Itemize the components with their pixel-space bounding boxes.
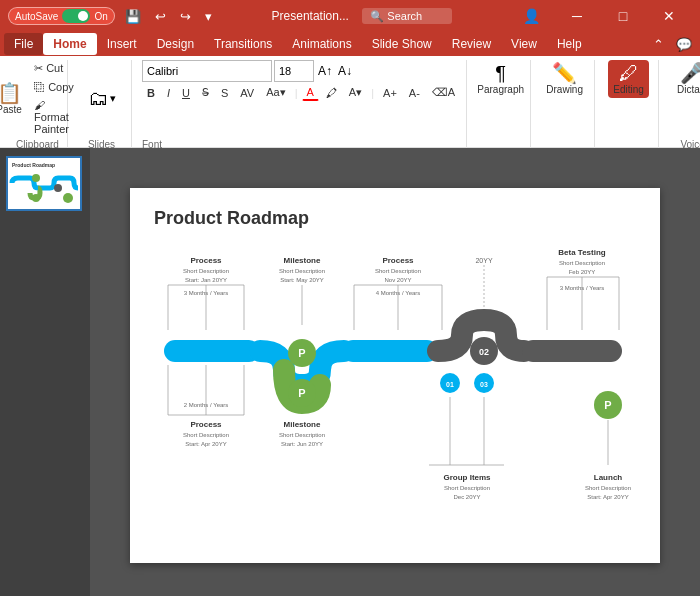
svg-text:Start: Jun 20YY: Start: Jun 20YY (281, 441, 323, 447)
paste-btn[interactable]: 📋 Paste (0, 80, 27, 118)
svg-text:Nov 20YY: Nov 20YY (384, 277, 411, 283)
svg-text:Milestone: Milestone (284, 420, 321, 429)
editing-icon: 🖊 (619, 63, 639, 83)
shadow-btn[interactable]: S (216, 85, 233, 101)
ribbon-content: 📋 Paste ✂ Cut ⿻ Copy 🖌 Format Painter Cl… (0, 56, 700, 154)
menu-insert[interactable]: Insert (97, 33, 147, 55)
svg-text:Group Items: Group Items (443, 473, 491, 482)
slide-canvas: Product Roadmap Process Short Descriptio… (130, 188, 660, 563)
slide-thumbnail[interactable]: Product Roadmap (6, 156, 82, 211)
slide-title: Product Roadmap (154, 208, 636, 229)
slides-icon: 🗂 (88, 87, 108, 110)
editing-group: 🖊 Editing (599, 60, 659, 150)
menu-slideshow[interactable]: Slide Show (362, 33, 442, 55)
svg-text:Process: Process (190, 420, 222, 429)
dictate-icon: 🎤 (680, 63, 700, 83)
menu-transitions[interactable]: Transitions (204, 33, 282, 55)
svg-text:3 Months / Years: 3 Months / Years (560, 285, 605, 291)
svg-rect-38 (522, 340, 622, 362)
svg-text:P: P (298, 387, 305, 399)
slides-arrow: ▾ (110, 92, 116, 105)
menu-view[interactable]: View (501, 33, 547, 55)
font-size-input[interactable] (274, 60, 314, 82)
editing-btn[interactable]: 🖊 Editing (608, 60, 649, 98)
customize-icon[interactable]: ▾ (201, 7, 216, 26)
minimize-btn[interactable]: ─ (554, 0, 600, 32)
redo-icon[interactable]: ↪ (176, 7, 195, 26)
strikethrough-btn[interactable]: S̶ (197, 84, 214, 101)
font-name-input[interactable] (142, 60, 272, 82)
menu-design[interactable]: Design (147, 33, 204, 55)
slide-thumb-container: 1 Product Roadmap (6, 156, 84, 211)
svg-text:Launch: Launch (594, 473, 623, 482)
svg-text:Start: Apr 20YY: Start: Apr 20YY (587, 494, 628, 500)
svg-text:Process: Process (190, 256, 222, 265)
svg-text:P: P (298, 347, 305, 359)
svg-text:Feb 20YY: Feb 20YY (569, 269, 596, 275)
decrease-font[interactable]: A- (404, 85, 425, 101)
svg-text:Start: May 20YY: Start: May 20YY (280, 277, 324, 283)
slides-group: 🗂 ▾ Slides (72, 60, 132, 150)
menu-animations[interactable]: Animations (282, 33, 361, 55)
main-area: 1 Product Roadmap Product Roadmap (0, 148, 700, 596)
font-row2: B I U S̶ S AV Aa▾ | A 🖍 A▾ | A+ A- ⌫A (142, 84, 460, 101)
font-color-btn[interactable]: A (302, 84, 319, 101)
filename: Presentation... (272, 9, 349, 23)
underline-btn[interactable]: U (177, 85, 195, 101)
svg-text:Product Roadmap: Product Roadmap (12, 162, 55, 168)
font-color2-btn[interactable]: A▾ (344, 84, 367, 101)
title-bar-left: AutoSave On 💾 ↩ ↪ ▾ (8, 7, 216, 26)
svg-text:Short Description: Short Description (559, 260, 605, 266)
slide-panel: 1 Product Roadmap (0, 148, 90, 596)
ribbon: 📋 Paste ✂ Cut ⿻ Copy 🖌 Format Painter Cl… (0, 56, 700, 148)
highlight-btn[interactable]: 🖍 (321, 85, 342, 101)
autosave-badge[interactable]: AutoSave On (8, 7, 115, 25)
svg-text:01: 01 (446, 381, 454, 388)
window-controls: 👤 ─ □ ✕ (508, 0, 692, 32)
char-spacing-btn[interactable]: AV (235, 85, 259, 101)
menu-review[interactable]: Review (442, 33, 501, 55)
menu-home[interactable]: Home (43, 33, 96, 55)
change-case-btn[interactable]: Aa▾ (261, 84, 290, 101)
svg-text:02: 02 (479, 347, 489, 357)
svg-rect-37 (342, 340, 438, 362)
thumb-svg: Product Roadmap (8, 158, 80, 209)
svg-point-2 (32, 174, 40, 182)
italic-btn[interactable]: I (162, 85, 175, 101)
profile-icon[interactable]: 👤 (508, 0, 554, 32)
paragraph-icon: ¶ (495, 63, 506, 83)
menu-help[interactable]: Help (547, 33, 592, 55)
font-size-down[interactable]: A↓ (336, 64, 354, 78)
svg-text:03: 03 (480, 381, 488, 388)
font-size-up[interactable]: A↑ (316, 64, 334, 78)
paste-icon: 📋 (0, 83, 22, 103)
clear-format[interactable]: ⌫A (427, 84, 460, 101)
drawing-btn[interactable]: ✏️ Drawing (541, 60, 588, 98)
svg-text:Short Description: Short Description (279, 268, 325, 274)
roadmap-svg: Process Short Description Start: Jan 20Y… (154, 235, 644, 545)
new-slide-btn[interactable]: 🗂 ▾ (83, 84, 121, 113)
autosave-toggle[interactable] (62, 9, 90, 23)
svg-point-5 (63, 193, 73, 203)
undo-icon[interactable]: ↩ (151, 7, 170, 26)
comments-icon[interactable]: 💬 (672, 35, 696, 54)
font-row1: A↑ A↓ (142, 60, 460, 82)
menu-file[interactable]: File (4, 33, 43, 55)
svg-point-3 (32, 194, 40, 202)
increase-font[interactable]: A+ (378, 85, 402, 101)
close-btn[interactable]: ✕ (646, 0, 692, 32)
drawing-icon: ✏️ (552, 63, 577, 83)
save-icon[interactable]: 💾 (121, 7, 145, 26)
maximize-btn[interactable]: □ (600, 0, 646, 32)
svg-text:Process: Process (382, 256, 414, 265)
svg-text:Short Description: Short Description (183, 432, 229, 438)
bold-btn[interactable]: B (142, 85, 160, 101)
paragraph-btn[interactable]: ¶ Paragraph (472, 60, 529, 98)
ribbon-collapse-icon[interactable]: ⌃ (649, 35, 668, 54)
dictate-btn[interactable]: 🎤 Dictate (672, 60, 700, 98)
canvas-area[interactable]: Product Roadmap Process Short Descriptio… (90, 148, 700, 596)
search-box[interactable]: 🔍 Search (362, 8, 452, 24)
drawing-group: ✏️ Drawing (535, 60, 595, 150)
svg-text:Short Description: Short Description (444, 485, 490, 491)
svg-text:Start: Jan 20YY: Start: Jan 20YY (185, 277, 227, 283)
